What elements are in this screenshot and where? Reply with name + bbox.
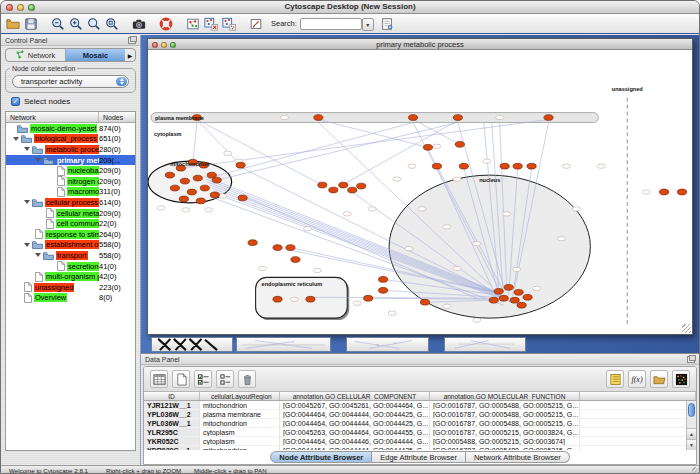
network-node[interactable] — [273, 245, 282, 251]
expand-arrow-icon[interactable] — [35, 158, 41, 162]
scroll-up-icon[interactable]: ▲ — [687, 428, 696, 439]
tree-row[interactable]: cellular metabol209(0) — [6, 208, 135, 219]
network-node-label[interactable] — [473, 241, 481, 245]
network-node[interactable] — [187, 189, 196, 195]
network-node[interactable] — [238, 195, 247, 201]
network-node-label[interactable] — [642, 190, 650, 194]
annotation-icon[interactable] — [247, 15, 265, 33]
tree-row[interactable]: response to stimulu264(0) — [6, 229, 135, 240]
window-titlebar[interactable]: Cytoscape Desktop (New Session) — [1, 1, 699, 14]
network-node-label[interactable] — [408, 164, 416, 168]
tree-row[interactable]: unassigned223(0) — [6, 282, 135, 293]
tree-node-label[interactable]: cellular process — [45, 198, 99, 207]
network-node-label[interactable] — [483, 159, 491, 163]
node-color-dropdown[interactable]: transporter activity — [12, 75, 129, 88]
network-node-label[interactable] — [405, 246, 413, 250]
tree-row[interactable]: metabolic process280(0) — [6, 144, 135, 155]
tree-node-label[interactable]: transport — [56, 251, 88, 260]
help-lifesaver-icon[interactable] — [157, 15, 175, 33]
tree-node-label[interactable]: biological_process — [34, 134, 98, 143]
expand-arrow-icon[interactable] — [24, 200, 30, 204]
table-row[interactable]: YPL036W__1mitochondrion[GO:0044464, GO:0… — [144, 419, 696, 428]
network-node[interactable] — [200, 185, 209, 191]
background-window-2[interactable] — [236, 337, 331, 352]
expand-arrow-icon[interactable] — [35, 253, 41, 257]
network-node-label[interactable] — [433, 144, 441, 148]
network-node[interactable] — [379, 287, 388, 293]
search-input[interactable]: ▾ — [300, 18, 362, 30]
expand-arrow-icon[interactable] — [13, 137, 19, 141]
tab-overflow-arrow-icon[interactable]: ▶ — [125, 52, 135, 59]
network-overview-icon[interactable] — [184, 15, 202, 33]
network-node[interactable] — [379, 277, 388, 283]
unselect-attributes-icon[interactable] — [216, 370, 234, 388]
network-node-label[interactable] — [418, 207, 426, 211]
network-node[interactable] — [513, 163, 522, 169]
network-node-label[interactable] — [205, 208, 213, 212]
column-molecular-function[interactable]: annotation.GO MOLECULAR_FUNCTION — [430, 392, 580, 400]
zoom-in-icon[interactable] — [67, 15, 85, 33]
tree-row[interactable]: nitrogen compo209(0) — [6, 176, 135, 187]
tree-row[interactable]: macromolecule311(0) — [6, 187, 135, 198]
network-node[interactable] — [165, 172, 174, 178]
tree-row[interactable]: nucleobase-209(0) — [6, 165, 135, 176]
expand-arrow-icon[interactable] — [24, 147, 30, 151]
matrix-view-icon[interactable] — [672, 370, 690, 388]
network-node-label[interactable] — [388, 311, 396, 315]
attribute-notes-icon[interactable] — [606, 370, 624, 388]
network-node[interactable] — [523, 294, 532, 300]
search-options-icon[interactable] — [378, 15, 396, 33]
attribute-table-icon[interactable] — [150, 370, 168, 388]
network-node[interactable] — [432, 163, 441, 169]
data-panel-float-icon[interactable] — [687, 356, 695, 363]
network-node-label[interactable] — [443, 304, 451, 308]
destroy-view-icon[interactable] — [202, 15, 220, 33]
network-node-label[interactable] — [368, 207, 376, 211]
tree-node-label[interactable]: nucleobase- — [67, 166, 99, 175]
network-node-label[interactable] — [533, 286, 541, 290]
network-node[interactable] — [236, 162, 245, 168]
network-node-label[interactable] — [281, 115, 289, 119]
plasma-membrane-region[interactable] — [151, 113, 598, 123]
network-node[interactable] — [348, 187, 357, 193]
network-node-label[interactable] — [503, 212, 511, 216]
network-node-label[interactable] — [303, 227, 311, 231]
scroll-down-icon[interactable]: ▼ — [687, 439, 696, 450]
network-node-label[interactable] — [224, 151, 232, 155]
network-node[interactable] — [494, 288, 503, 294]
network-node[interactable] — [318, 182, 327, 188]
network-node-label[interactable] — [353, 301, 361, 305]
select-nodes-checkbox[interactable]: ✓ — [11, 97, 20, 106]
network-node[interactable] — [510, 297, 519, 303]
network-node[interactable] — [210, 192, 219, 198]
network-node-label[interactable] — [496, 115, 504, 119]
network-node-label[interactable] — [473, 318, 481, 322]
network-node[interactable] — [364, 295, 373, 301]
network-node[interactable] — [660, 189, 669, 195]
background-window-4[interactable] — [444, 337, 526, 352]
tree-node-label[interactable]: response to stimulu — [45, 230, 99, 239]
attribute-tab-node[interactable]: Node Attribute Browser — [270, 451, 372, 463]
column-id[interactable]: ID — [144, 392, 200, 400]
expand-arrow-icon[interactable] — [24, 243, 30, 247]
table-row[interactable]: YDR039C__1mitochondrion[GO:0044464, GO:0… — [144, 446, 696, 450]
tree-row[interactable]: multi-organism pro42(0) — [6, 271, 135, 282]
tree-row[interactable]: Overview8(0) — [6, 293, 135, 304]
tree-row[interactable]: secretion41(0) — [6, 261, 135, 272]
network-canvas[interactable]: plasma membranecytoplasmmitochondrionnuc… — [148, 50, 692, 334]
network-node[interactable] — [677, 189, 686, 195]
tree-row[interactable]: biological_process651(0) — [6, 134, 135, 145]
network-node[interactable] — [455, 141, 464, 147]
network-view-window[interactable]: primary metabolic process plasma membran… — [147, 38, 693, 335]
network-node[interactable] — [170, 185, 179, 191]
network-node[interactable] — [196, 198, 205, 204]
network-node[interactable] — [527, 163, 536, 169]
zoom-selected-icon[interactable] — [85, 15, 103, 33]
table-row[interactable]: YKR052Ccytoplasm[GO:0044464, GO:0044446,… — [144, 437, 696, 446]
search-dropdown-icon[interactable]: ▾ — [362, 18, 374, 31]
network-node[interactable] — [193, 175, 202, 181]
select-attributes-icon[interactable] — [194, 370, 212, 388]
attribute-tab-edge[interactable]: Edge Attribute Browser — [372, 451, 466, 463]
import-attributes-folder-icon[interactable] — [650, 370, 668, 388]
network-node-label[interactable] — [557, 236, 565, 240]
